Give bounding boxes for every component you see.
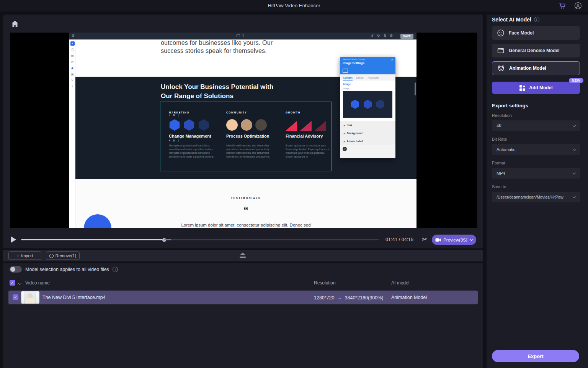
- builder-history-icons: ↺ ↻ ⇅ ⚙: [371, 34, 393, 38]
- camera-icon: [435, 238, 441, 242]
- testimonials-eyebrow: TESTIMONIALS: [75, 197, 416, 199]
- chevron-down-icon[interactable]: [470, 238, 473, 241]
- face-model-button[interactable]: Face Model: [492, 26, 580, 40]
- webpage-intro-text: outcomes for businesses like yours. Our …: [161, 39, 276, 55]
- general-denoise-model-button[interactable]: General Denoise Model: [492, 44, 580, 58]
- film-icon: [497, 47, 505, 54]
- column-title: Financial Advisory: [286, 134, 336, 138]
- webpage-testimonials-section: TESTIMONIALS “ Lorem ipsum dolor sit ame…: [75, 179, 416, 228]
- cart-icon[interactable]: [558, 2, 567, 10]
- chevron-down-icon: [573, 195, 576, 198]
- add-model-button[interactable]: Add Model: [492, 82, 580, 94]
- modal-breadcrumb: Section › Row › Column: [343, 58, 393, 61]
- home-icon[interactable]: [11, 21, 18, 27]
- column-title: Process Optimization: [226, 134, 277, 138]
- export-settings-title: Export settings: [492, 103, 528, 108]
- preview-hexagon: [363, 100, 372, 109]
- account-icon[interactable]: [574, 2, 582, 10]
- cursor-icon: ◆: [70, 66, 75, 70]
- resolution-label: Resolution: [492, 113, 512, 118]
- model-toggle-row: Model selection applies to all video fil…: [10, 266, 118, 273]
- webpage-heading: Unlock Your Business Potential with Our …: [161, 82, 279, 101]
- right-sidebar: Select AI Model Face Model General Denoi…: [487, 15, 588, 368]
- hexagon-shape: [169, 119, 180, 131]
- collapse-panel-handle[interactable]: [239, 253, 246, 258]
- tab-design: Design: [356, 76, 364, 80]
- row-video-name: The New Divi 5 Interface.mp4: [42, 295, 106, 300]
- triangle-shape: [300, 121, 312, 131]
- video-stage[interactable]: ⚙ ↺ ↻ ⇅ ⚙ SAVE + ◯ ▦ ⇄ ◆ ▣: [10, 33, 477, 228]
- page-scrollbar: [415, 82, 416, 95]
- chevron-down-icon: [573, 147, 576, 150]
- arrow-right-icon: →: [337, 295, 342, 301]
- queue-panel: Model selection applies to all video fil…: [3, 263, 483, 368]
- modal-close-icon: ✕: [391, 58, 393, 61]
- apply-all-toggle[interactable]: [10, 266, 22, 273]
- player-controls: 01:41 / 04:15 ✂ Preview(3S): [3, 232, 483, 248]
- seek-progress: [21, 239, 164, 240]
- modal-tabs: Content Design Advanced: [340, 74, 395, 80]
- header-resolution: Resolution: [314, 280, 336, 286]
- table-row[interactable]: The New Divi 5 Interface.mp4 1280*720 → …: [8, 291, 478, 304]
- tab-advanced: Advanced: [368, 76, 379, 80]
- testimonial-text: Lorem ipsum dolor sit amet, consectetur …: [75, 223, 416, 227]
- undo-icon: ↺: [371, 34, 374, 38]
- help-rail-icon: ?: [70, 84, 75, 89]
- circle-shape: [241, 119, 252, 131]
- info-icon[interactable]: [534, 17, 539, 22]
- row-checkbox[interactable]: [13, 294, 18, 300]
- column-community: COMMUNITY Process Optimization Identify …: [226, 111, 277, 158]
- seek-thumb[interactable]: [162, 238, 166, 242]
- modal-title: Image Settings: [343, 61, 393, 65]
- modal-image-preview: [343, 91, 392, 118]
- toggle-label: Model selection applies to all video fil…: [25, 267, 109, 272]
- new-badge: NEW: [569, 78, 584, 83]
- module-controls: + ⚙ ⋮: [169, 114, 219, 117]
- save-to-select[interactable]: /Users/deannamclean/Movies/HitPaw: [492, 192, 580, 202]
- chevron-down-icon[interactable]: [18, 281, 22, 285]
- image-settings-modal: Section › Row › Column Image Settings ✕ …: [340, 57, 395, 158]
- column-body: Expert guidance to maximize your financi…: [286, 144, 333, 158]
- row-resolution: 1280*720 → 3840*2160(300%): [314, 295, 383, 301]
- close-rail-icon: ✕: [70, 78, 75, 82]
- remove-button[interactable]: Remove(1): [46, 251, 80, 260]
- divider: [8, 277, 478, 277]
- row-ai-model: Animation Model: [391, 295, 427, 300]
- face-icon: [497, 29, 505, 37]
- resolution-select[interactable]: 4K: [492, 120, 580, 131]
- column-marketing: MARKETING + ⚙ ⋮ Change Management + ⚙ ⋮ …: [169, 111, 219, 158]
- table-header: Video name Resolution AI model: [3, 279, 483, 289]
- circle-shapes: [226, 119, 277, 131]
- import-button[interactable]: + Import: [8, 251, 41, 260]
- modal-image-section: Image: [340, 80, 395, 86]
- triangle-shape: [286, 121, 297, 131]
- export-button[interactable]: Export: [492, 350, 579, 362]
- modal-row-link: ▶Link: [340, 121, 395, 129]
- preview-hexagon: [351, 100, 360, 109]
- bitrate-select[interactable]: Automatic: [492, 144, 580, 155]
- select-all-checkbox[interactable]: [10, 280, 15, 286]
- chevron-down-icon: [573, 123, 576, 127]
- swap-icon: ⇄: [70, 60, 75, 64]
- column-eyebrow: COMMUNITY: [226, 111, 277, 114]
- builder-gear-icon: ⚙: [72, 34, 75, 38]
- preview-button[interactable]: Preview(3S): [432, 235, 476, 245]
- preview-panel: ⚙ ↺ ↻ ⇅ ⚙ SAVE + ◯ ▦ ⇄ ◆ ▣: [3, 15, 483, 248]
- format-select[interactable]: MP4: [492, 168, 580, 179]
- hexagon-shape: [183, 119, 195, 131]
- triangle-shape: [315, 121, 326, 131]
- image-icon: [343, 69, 348, 73]
- trim-scissors-icon[interactable]: ✂: [422, 236, 427, 243]
- info-icon[interactable]: [113, 267, 118, 272]
- animation-model-button[interactable]: Animation Model: [492, 61, 580, 75]
- column-body: Navigate organizational transitions smoo…: [169, 144, 216, 158]
- circle-shape: [255, 119, 267, 131]
- bear-icon: [497, 64, 505, 72]
- header-ai-model: AI model: [391, 280, 409, 286]
- modal-help-icon: ?: [343, 147, 347, 151]
- column-body: Identify inefficiencies and streamline o…: [226, 144, 274, 158]
- video-thumbnail: [21, 291, 39, 304]
- play-button[interactable]: [11, 237, 16, 243]
- seek-bar[interactable]: [21, 239, 379, 240]
- modal-image-label: Image: [340, 86, 395, 91]
